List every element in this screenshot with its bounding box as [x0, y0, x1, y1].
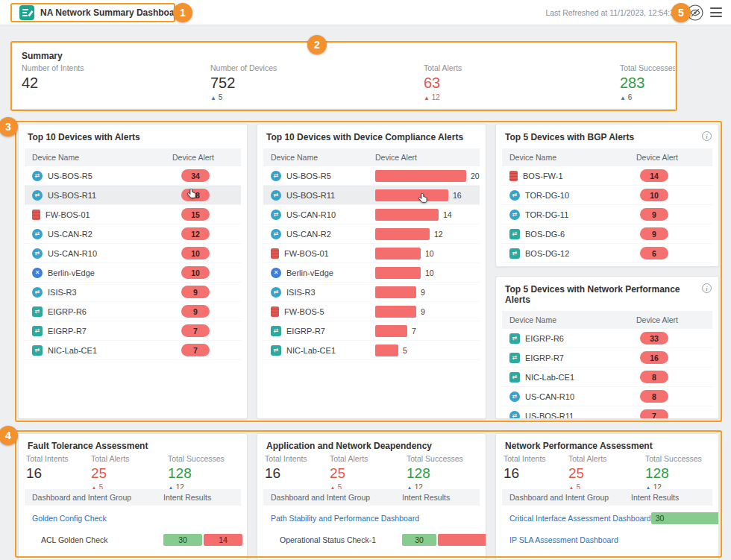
- intent-link[interactable]: Golden Config Check: [25, 514, 107, 523]
- alert-value: 16: [453, 191, 462, 200]
- panel-title: Fault Tolerance Assessment: [28, 441, 148, 451]
- device-row[interactable]: ⇄ISIS-R39: [263, 283, 480, 302]
- device-row[interactable]: ⇄EIGRP-R77: [25, 321, 241, 341]
- result-bar-green: 30: [402, 534, 436, 546]
- alert-value: 10: [425, 268, 434, 277]
- device-row[interactable]: ⇄EIGRP-R633: [502, 329, 712, 348]
- device-row[interactable]: ⇄US-CAN-R212: [263, 224, 480, 244]
- device-row[interactable]: ⇄US-CAN-R108: [502, 387, 712, 406]
- device-row[interactable]: ⇄BOS-DG-126: [502, 244, 712, 263]
- assessment-metric: Total Alerts25▲ 5: [568, 454, 606, 491]
- intent-row[interactable]: Path Stability and Performance Dashboard: [263, 509, 480, 528]
- device-row[interactable]: ⇄NIC-Lab-CE18: [502, 368, 712, 387]
- device-row[interactable]: ⇄EIGRP-R77: [263, 321, 480, 341]
- assessment-metric: Total Alerts25▲ 5: [91, 454, 129, 491]
- device-name: ISIS-R3: [286, 288, 316, 297]
- device-name-cell: ⇄ISIS-R3: [263, 287, 375, 298]
- alert-badge: 12: [181, 227, 210, 240]
- info-icon[interactable]: i: [702, 131, 712, 141]
- hamburger-menu-icon[interactable]: [710, 7, 722, 17]
- metric-value: 128: [645, 466, 702, 481]
- device-name-cell: FW-BOS-5: [263, 306, 375, 317]
- alert-bar: [375, 267, 421, 279]
- alert-badge: 7: [640, 409, 668, 419]
- intent-row[interactable]: Golden Config Check: [25, 509, 241, 528]
- info-icon[interactable]: i: [702, 283, 712, 293]
- vedge-icon: ✕: [271, 268, 281, 278]
- intent-link[interactable]: Path Stability and Performance Dashboard: [263, 514, 419, 523]
- device-row[interactable]: ⇄TOR-DG-119: [502, 205, 712, 224]
- device-alert-cell: 9: [172, 286, 241, 298]
- device-row[interactable]: ⇄US-CAN-R1014: [263, 205, 480, 224]
- device-row[interactable]: ⇄NIC-Lab-CE17: [25, 341, 241, 360]
- panel-title: Network Performance Assessment: [505, 441, 653, 451]
- up-triangle-icon: ▲: [424, 95, 430, 101]
- device-row[interactable]: FW-BOS-0115: [25, 205, 241, 224]
- device-row[interactable]: ⇄EIGRP-R716: [502, 348, 712, 368]
- device-name: Berlin-vEdge: [286, 268, 333, 277]
- device-row[interactable]: ⇄US-BOS-R1116: [263, 186, 480, 205]
- alert-badge: 6: [640, 247, 668, 259]
- device-row[interactable]: ⇄US-BOS-R117: [502, 406, 712, 419]
- router-icon: ⇄: [32, 229, 43, 239]
- intent-label: Operational Status Check-1: [263, 535, 376, 544]
- device-name-cell: ⇄US-BOS-R11: [502, 411, 636, 420]
- router-icon: ⇄: [509, 190, 520, 201]
- device-row[interactable]: ⇄BOS-DG-69: [502, 224, 712, 244]
- panel-header: Top 5 Devices with Network Performance A…: [496, 277, 718, 311]
- intent-row[interactable]: Operational Status Check-130: [263, 530, 480, 550]
- alert-value: 9: [421, 288, 425, 297]
- panel-network-performance-assessment: Network Performance AssessmentTotal Inte…: [495, 433, 719, 560]
- device-alert-cell: 16: [636, 351, 712, 364]
- summary-metric: Total Successes283▲ 6: [620, 63, 676, 101]
- metric-value: 25: [91, 466, 129, 481]
- result-bar-red: 14: [204, 534, 242, 546]
- alert-bar: [375, 189, 448, 201]
- summary-metric: Number of Intents42: [22, 63, 84, 91]
- metric-value: 25: [330, 466, 368, 481]
- device-row[interactable]: ⇄ISIS-R39: [25, 283, 241, 302]
- panel-top10-device-compliance-alerts: Top 10 Devices with Device Compliance Al…: [257, 124, 486, 419]
- intent-row[interactable]: ACL Golden Check3014: [25, 530, 241, 550]
- device-row[interactable]: FW-BOS-59: [263, 302, 480, 321]
- metric-label: Total Successes: [407, 454, 463, 463]
- device-alert-cell: 10: [172, 266, 241, 279]
- device-row[interactable]: ⇄US-BOS-R534: [25, 166, 241, 186]
- device-alert-cell: 9: [636, 227, 712, 240]
- device-name: NIC-Lab-CE1: [286, 346, 336, 355]
- intent-row[interactable]: Critical Interface Assessment Dashboard3…: [502, 509, 712, 528]
- device-alert-cell: 9: [375, 306, 480, 318]
- panel-header: Top 10 Devices with Alerts: [19, 125, 247, 148]
- intent-link[interactable]: Critical Interface Assessment Dashboard: [502, 514, 651, 523]
- alert-badge: 10: [640, 189, 668, 201]
- device-row[interactable]: ⇄US-CAN-R1010: [25, 244, 241, 263]
- device-name-cell: ⇄US-BOS-R5: [263, 171, 375, 181]
- alert-value: 14: [443, 210, 452, 219]
- panel-application-network-dependency: Application and Network DeapendencyTotal…: [257, 433, 486, 560]
- intent-link[interactable]: IP SLA Assessment Dashboard: [502, 535, 618, 544]
- device-name: EIGRP-R7: [525, 353, 564, 362]
- device-row[interactable]: ✕Berlin-vEdge10: [263, 263, 480, 283]
- summary-metric: Total Alerts63▲ 12: [424, 63, 462, 101]
- device-row[interactable]: ⇄NIC-Lab-CE15: [263, 341, 480, 360]
- router-icon: ⇄: [271, 287, 281, 298]
- alert-badge: 9: [181, 286, 210, 298]
- metric-label: Total Intents: [265, 454, 307, 463]
- device-row[interactable]: BOS-FW-114: [502, 166, 712, 186]
- device-row[interactable]: ⇄US-BOS-R1128: [25, 186, 241, 205]
- intent-row[interactable]: IP SLA Assessment Dashboard: [502, 530, 712, 550]
- device-row[interactable]: ⇄EIGRP-R69: [25, 302, 241, 321]
- switch-icon: ⇄: [509, 372, 520, 383]
- column-header-device-alert: Device Alert: [636, 315, 712, 324]
- device-row[interactable]: ⇄US-CAN-R212: [25, 224, 241, 244]
- cursor-icon: [186, 188, 198, 200]
- device-row[interactable]: ⇄US-BOS-R520: [263, 166, 480, 186]
- metric-value: 16: [26, 466, 69, 481]
- device-row[interactable]: FW-BOS-0110: [263, 244, 480, 263]
- device-row[interactable]: ✕Berlin-vEdge10: [25, 263, 241, 283]
- device-row[interactable]: ⇄TOR-DG-1010: [502, 186, 712, 205]
- alert-value: 5: [403, 346, 407, 355]
- device-alert-cell: 9: [172, 305, 241, 318]
- alert-bar-wrap: 10: [375, 267, 480, 279]
- device-name: TOR-DG-10: [525, 191, 569, 200]
